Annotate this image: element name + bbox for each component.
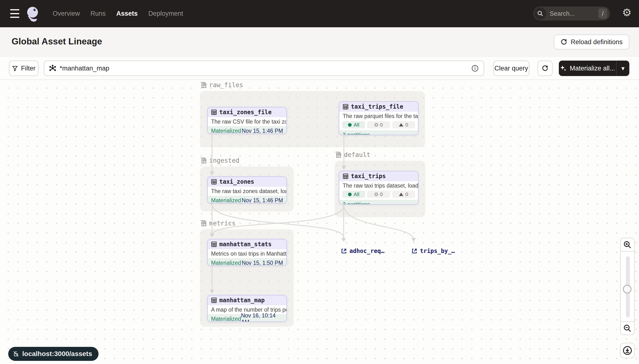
- success-dot-icon: [348, 192, 352, 196]
- asset-node-header: taxi_zones: [208, 177, 286, 186]
- nav-links: Overview Runs Assets Deployment: [53, 0, 183, 27]
- asset-description: The raw taxi zones dataset, loaded int..…: [208, 186, 286, 196]
- partitions-count-label: 3 partitions: [343, 201, 370, 205]
- external-link-icon: [411, 248, 418, 254]
- success-dot-icon: [348, 123, 352, 127]
- asset-description: The raw parquet files for the taxi trips…: [339, 112, 418, 121]
- gear-icon[interactable]: ⚙: [622, 7, 631, 18]
- asset-node-header: taxi_trips_file: [339, 102, 418, 112]
- external-asset-label: adhoc_req…: [349, 248, 384, 254]
- zoom-slider: [620, 251, 635, 322]
- asset-node-taxi-trips[interactable]: taxi_trips The raw taxi trips dataset, l…: [339, 171, 418, 205]
- asset-name: taxi_zones: [219, 178, 254, 185]
- caret-down-icon: ▾: [621, 65, 624, 72]
- graph-query-icon: [49, 65, 56, 72]
- global-search[interactable]: /: [533, 6, 610, 20]
- materialization-timestamp[interactable]: Nov 15, 1:46 PM: [242, 197, 283, 204]
- nav-link-deployment[interactable]: Deployment: [148, 10, 183, 18]
- partition-health-row: All 0 0: [339, 190, 418, 200]
- partitions-failed-pill[interactable]: 0: [367, 121, 390, 128]
- reload-definitions-button[interactable]: Reload definitions: [554, 34, 629, 50]
- failed-ring-icon: [375, 123, 378, 126]
- partitions-count-label: 3 partitions: [343, 132, 370, 136]
- page-title: Global Asset Lineage: [12, 36, 102, 46]
- info-icon[interactable]: [471, 64, 479, 72]
- nav-link-overview[interactable]: Overview: [53, 10, 80, 18]
- external-asset-label: trips_by_…: [420, 248, 455, 254]
- partitions-failed-pill[interactable]: 0: [367, 191, 390, 198]
- refresh-icon: [542, 65, 548, 72]
- lineage-canvas[interactable]: raw_files ingested default metrics: [0, 80, 639, 364]
- asset-node-manhattan-stats[interactable]: manhattan_stats Metrics on taxi trips in…: [207, 239, 287, 266]
- partitions-all-pill[interactable]: All: [342, 121, 365, 128]
- partitions-all-label: All: [354, 192, 359, 197]
- zoom-slider-handle[interactable]: [623, 285, 631, 294]
- asset-node-manhattan-map[interactable]: manhattan_map A map of the number of tri…: [207, 295, 287, 322]
- asset-node-taxi-zones-file[interactable]: taxi_zones_file The raw CSV file for the…: [207, 107, 287, 134]
- download-icon: [622, 346, 632, 355]
- funnel-icon: [12, 65, 18, 72]
- external-link-icon: [341, 248, 347, 254]
- asset-node-header: manhattan_stats: [208, 240, 286, 249]
- nav-link-assets[interactable]: Assets: [116, 10, 138, 18]
- asset-node-footer: Materialized Nov 15, 1:46 PM: [208, 126, 286, 134]
- nav-link-runs[interactable]: Runs: [91, 10, 106, 18]
- partitions-missing-pill[interactable]: 0: [392, 191, 415, 198]
- table-icon: [343, 173, 348, 179]
- search-icon: [534, 8, 546, 20]
- materialization-timestamp[interactable]: Nov 15, 1:46 PM: [242, 128, 283, 134]
- materialize-all-button[interactable]: Materialize all... ▾: [559, 60, 629, 76]
- external-asset-link-trips-by[interactable]: trips_by_…: [411, 248, 455, 254]
- status-bar-url: localhost:3000/assets: [22, 350, 92, 358]
- table-icon: [211, 298, 217, 303]
- asset-description: The raw taxi trips dataset, loaded into …: [339, 181, 418, 190]
- materialization-timestamp[interactable]: Nov 16, 10:14 AM: [241, 312, 283, 322]
- materialize-all-main[interactable]: Materialize all...: [559, 60, 616, 76]
- clear-query-button[interactable]: Clear query: [493, 60, 529, 76]
- zoom-in-button[interactable]: [620, 238, 635, 252]
- browser-status-bar: localhost:3000/assets: [8, 347, 99, 361]
- hamburger-menu-icon[interactable]: [10, 9, 20, 18]
- partition-health-row: All 0 0: [339, 121, 418, 130]
- page-header: Global Asset Lineage Reload definitions: [0, 27, 639, 57]
- lineage-toolbar: Filter Clear query: [0, 57, 639, 80]
- lineage-edges: [0, 80, 639, 364]
- asset-node-footer: Materialized Nov 15, 1:46 PM: [208, 196, 286, 204]
- asset-name: taxi_zones_file: [219, 109, 272, 116]
- table-icon: [211, 242, 217, 247]
- materialize-all-label: Materialize all...: [570, 65, 615, 72]
- refresh-graph-button[interactable]: [537, 60, 552, 76]
- partitions-all-pill[interactable]: All: [342, 191, 365, 198]
- status-badge: Materialized: [211, 128, 241, 134]
- asset-description: Metrics on taxi trips in Manhattan: [208, 249, 286, 258]
- status-badge: Materialized: [211, 197, 241, 204]
- materialization-timestamp[interactable]: Nov 15, 1:50 PM: [242, 260, 283, 266]
- partitions-failed-count: 0: [380, 192, 383, 197]
- partitions-missing-count: 0: [405, 192, 408, 197]
- external-asset-link-adhoc-request[interactable]: adhoc_req…: [341, 248, 384, 254]
- asset-node-header: manhattan_map: [208, 296, 286, 305]
- search-input[interactable]: [550, 10, 591, 18]
- refresh-icon: [560, 38, 567, 46]
- zoom-out-button[interactable]: [620, 321, 635, 335]
- asset-query-input-wrap: [44, 60, 484, 76]
- filter-button[interactable]: Filter: [9, 60, 39, 76]
- asset-node-header: taxi_zones_file: [208, 108, 286, 117]
- dagster-logo[interactable]: [25, 5, 42, 23]
- asset-node-footer: Materialized Nov 15, 1:50 PM: [208, 258, 286, 266]
- status-badge: Materialized: [211, 260, 241, 266]
- partitions-missing-pill[interactable]: 0: [392, 121, 415, 128]
- asset-node-footer: 3 partitions: [339, 200, 418, 205]
- top-nav: Overview Runs Assets Deployment / ⚙: [0, 0, 639, 27]
- sparkles-icon: [560, 65, 567, 72]
- search-shortcut-key: /: [598, 8, 607, 18]
- asset-name: taxi_trips: [351, 173, 386, 180]
- zoom-slider-track[interactable]: [626, 256, 630, 318]
- asset-query-input[interactable]: [60, 65, 471, 72]
- status-badge: Materialized: [211, 316, 241, 322]
- materialize-dropdown[interactable]: ▾: [616, 60, 629, 76]
- table-icon: [211, 109, 217, 115]
- asset-node-taxi-trips-file[interactable]: taxi_trips_file The raw parquet files fo…: [339, 102, 418, 135]
- download-image-button[interactable]: [620, 343, 635, 358]
- asset-node-taxi-zones[interactable]: taxi_zones The raw taxi zones dataset, l…: [207, 176, 287, 204]
